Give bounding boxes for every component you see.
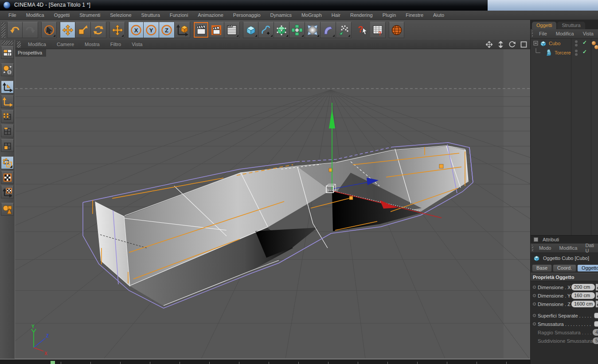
tree-row-torcere[interactable]: Torcere ✓ xyxy=(531,48,598,57)
viewport-canvas[interactable]: Y Z X xyxy=(15,40,530,359)
menu-personaggio[interactable]: Personaggio xyxy=(228,12,266,18)
menu-aiuto[interactable]: Aiuto xyxy=(428,12,449,18)
menu-hair[interactable]: Hair xyxy=(327,12,345,18)
tree-row-cubo[interactable]: Cubo ✓ xyxy=(531,39,598,48)
expand-toggle-icon[interactable] xyxy=(533,41,538,46)
om-menu-modifica[interactable]: Modifica xyxy=(551,31,578,36)
menu-funzioni[interactable]: Funzioni xyxy=(165,12,193,18)
pan-view-icon[interactable] xyxy=(485,41,493,48)
vp-menu-camere[interactable]: Camere xyxy=(51,42,79,47)
commander-button[interactable]: ? xyxy=(370,22,386,38)
layout-manager-button[interactable] xyxy=(1,46,14,59)
spline-button[interactable] xyxy=(258,22,274,38)
texture-axis-mode-button[interactable] xyxy=(1,186,14,198)
coordinate-system-button[interactable] xyxy=(175,22,190,38)
edge-mode-button[interactable] xyxy=(1,124,14,137)
z-axis-lock-button[interactable]: Z xyxy=(159,22,175,38)
mode-toolbar-drag-handle[interactable] xyxy=(2,41,13,45)
render-picture-viewer-button[interactable] xyxy=(209,22,224,38)
animation-dot[interactable] xyxy=(533,322,536,325)
menu-struttura[interactable]: Struttura xyxy=(137,12,165,18)
spinner-control[interactable] xyxy=(596,301,598,307)
timeline-strip[interactable] xyxy=(0,359,530,364)
vp-menu-modifica[interactable]: Modifica xyxy=(23,42,51,47)
animation-mode-button[interactable] xyxy=(1,156,14,169)
scale-tool-button[interactable] xyxy=(75,22,91,38)
toolbar-drag-handle[interactable] xyxy=(1,23,5,38)
render-settings-button[interactable] xyxy=(224,22,240,38)
smussatura-checkbox[interactable] xyxy=(594,321,598,327)
camera-label[interactable]: Prospettiva xyxy=(15,49,46,57)
vp-menu-filtro[interactable]: Filtro xyxy=(105,42,126,47)
animation-dot[interactable] xyxy=(533,302,536,306)
attr-menu-modo[interactable]: Modo xyxy=(535,245,555,251)
menu-mograph[interactable]: MoGraph xyxy=(297,12,327,18)
rotate-tool-button[interactable] xyxy=(91,22,106,38)
editor-visibility-dot[interactable] xyxy=(575,40,578,43)
redo-button[interactable] xyxy=(23,22,38,38)
particles-button[interactable] xyxy=(336,22,352,38)
enable-check-icon[interactable]: ✓ xyxy=(582,49,587,55)
move-tool-button[interactable] xyxy=(60,22,75,38)
online-updater-button[interactable] xyxy=(389,22,404,38)
spinner-control[interactable] xyxy=(596,292,598,299)
help-button[interactable]: ? xyxy=(355,22,370,38)
menu-finestre[interactable]: Finestre xyxy=(401,12,428,18)
menu-modifica[interactable]: Modifica xyxy=(21,12,49,18)
menu-animazione[interactable]: Animazione xyxy=(193,12,228,18)
menu-file[interactable]: File xyxy=(4,12,21,18)
animation-dot[interactable] xyxy=(533,314,536,317)
animation-dot[interactable] xyxy=(533,286,536,289)
live-selection-button[interactable] xyxy=(41,22,57,38)
y-axis-lock-button[interactable]: Y xyxy=(144,22,159,38)
om-menu-file[interactable]: File xyxy=(535,31,551,36)
orbit-view-icon[interactable] xyxy=(508,41,516,48)
tab-oggetti[interactable]: Oggetti xyxy=(532,22,556,29)
menu-oggetti[interactable]: Oggetti xyxy=(49,12,74,18)
dimension-x-field[interactable]: 200 cm xyxy=(571,284,595,290)
maximize-view-icon[interactable] xyxy=(520,41,528,48)
object-name-cubo[interactable]: Cubo xyxy=(549,41,560,46)
spinner-control[interactable] xyxy=(596,284,598,290)
undo-button[interactable] xyxy=(7,22,23,38)
editor-visibility-dot[interactable] xyxy=(575,50,578,52)
attr-menu-modifica[interactable]: Modifica xyxy=(555,245,581,251)
snap-primitives-button[interactable] xyxy=(1,203,14,216)
tab-base[interactable]: Base xyxy=(532,264,552,272)
animation-dot[interactable] xyxy=(533,294,536,297)
render-view-button[interactable] xyxy=(193,22,209,38)
make-editable-button[interactable] xyxy=(1,63,14,76)
attr-drag-handle[interactable] xyxy=(532,245,533,252)
last-used-tool-button[interactable] xyxy=(109,22,125,38)
dimension-z-field[interactable]: 1600 cm xyxy=(571,301,595,307)
zoom-view-icon[interactable] xyxy=(497,41,504,48)
menu-rendering[interactable]: Rendering xyxy=(345,12,378,18)
point-mode-button[interactable] xyxy=(1,110,14,123)
dimension-y-field[interactable]: 160 cm xyxy=(571,292,595,299)
tab-coord[interactable]: Coord. xyxy=(553,264,576,272)
object-name-torcere[interactable]: Torcere xyxy=(555,50,571,55)
render-visibility-dot[interactable] xyxy=(575,44,578,46)
enable-check-icon[interactable]: ✓ xyxy=(582,39,587,46)
attr-menu-dati-utente[interactable]: Dati U xyxy=(581,243,598,253)
om-drag-handle[interactable] xyxy=(532,31,533,37)
hypernurbs-button[interactable] xyxy=(274,22,289,38)
om-menu-vista[interactable]: Vista xyxy=(578,31,598,36)
vp-menu-vista[interactable]: Vista xyxy=(126,42,148,47)
viewport-perspective[interactable]: Y Z X Modifica Camere Mostra Filtro Vist… xyxy=(15,40,530,359)
vp-menu-mostra[interactable]: Mostra xyxy=(79,42,105,47)
timeline-marker[interactable] xyxy=(51,361,55,364)
tab-oggetto[interactable]: Oggetto xyxy=(577,264,598,272)
viewport-drag-handle[interactable] xyxy=(17,41,21,48)
render-visibility-dot[interactable] xyxy=(575,53,578,56)
array-button[interactable] xyxy=(289,22,305,38)
x-axis-lock-button[interactable]: X xyxy=(128,22,144,38)
polygon-mode-button[interactable] xyxy=(1,139,14,152)
cube-primitive-button[interactable] xyxy=(243,22,258,38)
menu-dynamics[interactable]: Dynamics xyxy=(266,12,297,18)
object-axis-mode-button[interactable] xyxy=(1,95,14,108)
bend-deformer-button[interactable] xyxy=(320,22,336,38)
menu-selezione[interactable]: Selezione xyxy=(105,12,136,18)
model-mode-button[interactable] xyxy=(1,81,14,93)
tab-struttura[interactable]: Struttura xyxy=(557,22,585,29)
